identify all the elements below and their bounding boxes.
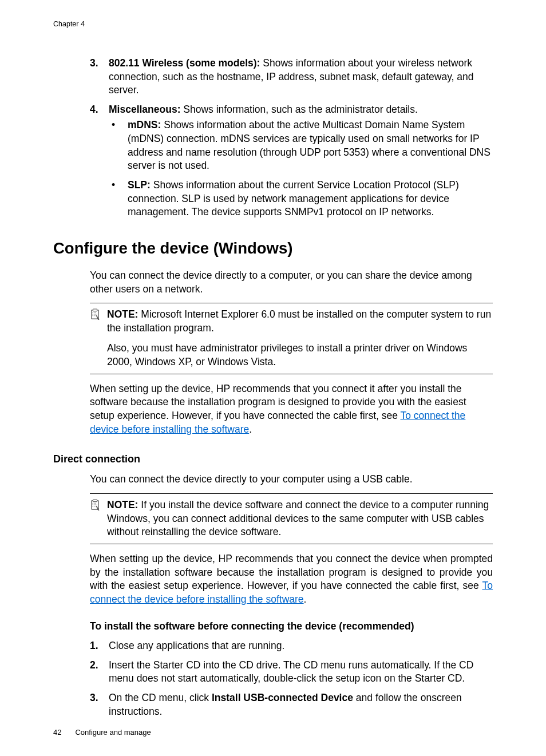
bullet-item-slp: • SLP: Shows information about the curre… (109, 179, 493, 219)
step-content: Close any applications that are running. (109, 639, 493, 653)
clipboard-icon (90, 499, 100, 510)
note-lead: NOTE: (107, 499, 138, 510)
item-number: 4. (90, 103, 109, 117)
intro-paragraph: You can connect the device directly to a… (90, 269, 493, 296)
step-number: 3. (90, 691, 109, 718)
heading-install-before-connect: To install the software before connectin… (90, 620, 493, 634)
bullet-marker: • (109, 118, 128, 173)
svg-rect-3 (93, 500, 97, 502)
setup-paragraph: When setting up the device, HP recommend… (90, 382, 493, 437)
list-item-3: 3. 802.11 Wireless (some models): Shows … (90, 57, 493, 97)
bullet-text: Shows information about the active Multi… (128, 119, 490, 171)
item-number: 3. (90, 57, 109, 97)
note-icon (90, 498, 107, 514)
sub-bullet-list: • mDNS: Shows information about the acti… (109, 118, 493, 219)
page-header-chapter: Chapter 4 (53, 19, 493, 29)
note-lead: NOTE: (107, 308, 138, 320)
item-content: 802.11 Wireless (some models): Shows inf… (109, 57, 493, 97)
note-icon (90, 308, 107, 323)
bullet-text: Shows information about the current Serv… (128, 179, 459, 217)
step-3: 3. On the CD menu, click Install USB-con… (90, 691, 493, 718)
step-number: 1. (90, 639, 109, 653)
step-1: 1. Close any applications that are runni… (90, 639, 493, 653)
bullet-lead: SLP: (128, 179, 151, 191)
step-text-a: On the CD menu, click (109, 692, 212, 703)
item-lead: 802.11 Wireless (some models): (109, 57, 260, 69)
page-footer: 42Configure and manage (53, 727, 151, 738)
bullet-lead: mDNS: (128, 119, 161, 130)
note-block-1: NOTE: Microsoft Internet Explorer 6.0 mu… (90, 303, 493, 374)
item-lead: Miscellaneous: (109, 104, 180, 115)
note-body: NOTE: Microsoft Internet Explorer 6.0 mu… (107, 308, 493, 342)
heading-configure-device: Configure the device (Windows) (53, 238, 493, 259)
step-number: 2. (90, 659, 109, 686)
clipboard-icon (90, 308, 100, 320)
numbered-list-continued: 3. 802.11 Wireless (some models): Shows … (90, 57, 493, 219)
direct-text-b: . (304, 593, 307, 605)
note-block-2: NOTE: If you install the device software… (90, 493, 493, 544)
step-content: Insert the Starter CD into the CD drive.… (109, 659, 493, 686)
item-text: Shows information, such as the administr… (180, 104, 417, 115)
step-bold: Install USB-connected Device (212, 692, 353, 703)
item-content: Miscellaneous: Shows information, such a… (109, 103, 493, 117)
bullet-item-mdns: • mDNS: Shows information about the acti… (109, 118, 493, 173)
page-number: 42 (53, 727, 61, 738)
direct-intro: You can connect the device directly to y… (90, 473, 493, 486)
install-steps-list: 1. Close any applications that are runni… (90, 639, 493, 718)
note-body: NOTE: If you install the device software… (107, 498, 493, 539)
direct-text-a: When setting up the device, HP recommend… (90, 553, 493, 591)
note-text-1: Microsoft Internet Explorer 6.0 must be … (107, 308, 491, 334)
bullet-content: SLP: Shows information about the current… (128, 179, 493, 219)
heading-direct-connection: Direct connection (53, 452, 493, 466)
setup-text-b: . (249, 423, 252, 435)
step-2: 2. Insert the Starter CD into the CD dri… (90, 659, 493, 686)
svg-rect-1 (93, 309, 97, 311)
note-text: If you install the device software and c… (107, 499, 489, 537)
footer-section: Configure and manage (75, 728, 151, 737)
step-content: On the CD menu, click Install USB-connec… (109, 691, 493, 718)
bullet-content: mDNS: Shows information about the active… (128, 118, 493, 173)
note-text-2: Also, you must have administrator privil… (107, 342, 493, 369)
bullet-marker: • (109, 179, 128, 219)
direct-setup-paragraph: When setting up the device, HP recommend… (90, 552, 493, 607)
list-item-4: 4. Miscellaneous: Shows information, suc… (90, 103, 493, 117)
